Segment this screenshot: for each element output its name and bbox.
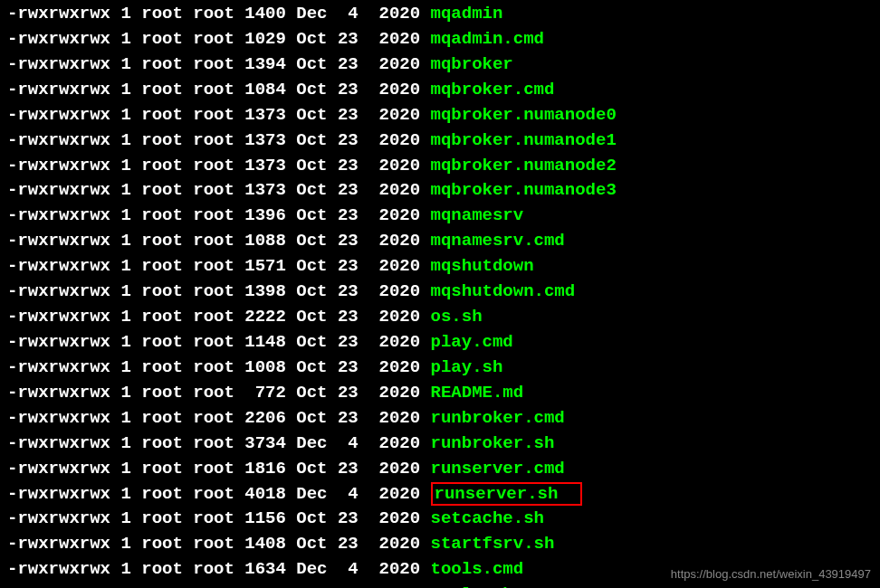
file-year: 2020 bbox=[359, 80, 431, 100]
file-name: mqadmin.cmd bbox=[431, 29, 544, 49]
file-group: root bbox=[183, 357, 234, 377]
file-permissions: -rwxrwxrwx bbox=[7, 383, 110, 403]
file-date: Oct 23 bbox=[286, 281, 359, 301]
file-group: root bbox=[183, 231, 234, 251]
file-name: mqadmin bbox=[431, 4, 503, 24]
file-group: root bbox=[183, 307, 234, 327]
file-year: 2020 bbox=[359, 281, 431, 301]
file-permissions: -rwxrwxrwx bbox=[7, 156, 110, 175]
file-date: Dec 4 bbox=[286, 559, 359, 579]
file-links: 1 bbox=[110, 156, 131, 175]
file-size: 1029 bbox=[234, 29, 286, 49]
file-links: 1 bbox=[110, 508, 131, 528]
file-owner: root bbox=[131, 383, 183, 403]
file-year: 2020 bbox=[359, 156, 431, 175]
file-size: 772 bbox=[234, 383, 286, 403]
watermark-text: https://blog.csdn.net/weixin_43919497 bbox=[671, 567, 871, 581]
file-year: 2020 bbox=[359, 29, 431, 49]
file-name: README.md bbox=[431, 383, 524, 403]
file-owner: root bbox=[131, 281, 183, 301]
file-year: 2020 bbox=[359, 205, 431, 225]
file-date: Oct 23 bbox=[286, 130, 359, 150]
file-owner: root bbox=[131, 80, 183, 100]
file-name: mqnamesrv bbox=[431, 205, 524, 225]
file-permissions: -rwxrwxrwx bbox=[7, 256, 110, 276]
file-links: 1 bbox=[110, 357, 131, 377]
file-links: 1 bbox=[110, 433, 131, 453]
file-permissions: -rwxrwxrwx bbox=[7, 484, 110, 504]
file-listing-row: -rwxrwxrwx 1 root root 1148 Oct 23 2020 … bbox=[7, 330, 873, 356]
file-date: Dec 4 bbox=[286, 4, 359, 24]
file-owner: root bbox=[131, 332, 183, 352]
file-date: Dec 4 bbox=[286, 584, 359, 588]
file-owner: root bbox=[131, 156, 183, 175]
file-size: 1373 bbox=[234, 156, 286, 175]
file-group: root bbox=[183, 256, 234, 276]
file-date: Oct 23 bbox=[286, 80, 359, 100]
file-group: root bbox=[183, 80, 234, 100]
file-name: mqbroker.cmd bbox=[431, 80, 555, 100]
file-year: 2020 bbox=[359, 130, 431, 150]
file-links: 1 bbox=[110, 231, 131, 251]
file-listing-row: -rwxrwxrwx 1 root root 1903 Dec 4 2020 t… bbox=[7, 583, 873, 588]
file-owner: root bbox=[131, 433, 183, 453]
file-date: Oct 23 bbox=[286, 307, 359, 327]
file-name: mqbroker.numanode3 bbox=[431, 180, 617, 200]
file-listing-row: -rwxrwxrwx 1 root root 1571 Oct 23 2020 … bbox=[7, 254, 873, 280]
file-listing-row: -rwxrwxrwx 1 root root 1396 Oct 23 2020 … bbox=[7, 204, 873, 229]
file-year: 2020 bbox=[359, 332, 431, 352]
file-size: 1634 bbox=[234, 559, 286, 579]
file-owner: root bbox=[131, 584, 183, 588]
file-date: Oct 23 bbox=[286, 534, 359, 554]
file-permissions: -rwxrwxrwx bbox=[7, 332, 110, 352]
file-permissions: -rwxrwxrwx bbox=[7, 205, 110, 225]
file-owner: root bbox=[131, 256, 183, 276]
file-group: root bbox=[183, 484, 234, 504]
file-listing-row: -rwxrwxrwx 1 root root 1088 Oct 23 2020 … bbox=[7, 229, 873, 254]
file-name: tools.sh bbox=[431, 584, 513, 588]
file-size: 1408 bbox=[234, 534, 286, 554]
file-name: mqbroker.numanode2 bbox=[431, 156, 617, 175]
file-listing-row: -rwxrwxrwx 1 root root 1156 Oct 23 2020 … bbox=[7, 507, 873, 532]
file-permissions: -rwxrwxrwx bbox=[7, 80, 110, 100]
file-links: 1 bbox=[110, 281, 131, 301]
file-listing-row: -rwxrwxrwx 1 root root 3734 Dec 4 2020 r… bbox=[7, 432, 873, 457]
file-date: Oct 23 bbox=[286, 256, 359, 276]
file-group: root bbox=[183, 205, 234, 225]
file-listing-row: -rwxrwxrwx 1 root root 1008 Oct 23 2020 … bbox=[7, 356, 873, 381]
file-links: 1 bbox=[110, 534, 131, 554]
file-listing-row: -rwxrwxrwx 1 root root 1408 Oct 23 2020 … bbox=[7, 532, 873, 557]
file-name: runbroker.cmd bbox=[431, 408, 565, 428]
file-permissions: -rwxrwxrwx bbox=[7, 105, 110, 125]
file-year: 2020 bbox=[359, 584, 431, 588]
file-name: tools.cmd bbox=[431, 559, 524, 579]
file-listing-row: -rwxrwxrwx 1 root root 1029 Oct 23 2020 … bbox=[7, 27, 873, 52]
file-links: 1 bbox=[110, 584, 131, 588]
file-listing-row: -rwxrwxrwx 1 root root 1394 Oct 23 2020 … bbox=[7, 52, 873, 78]
file-listing-row: -rwxrwxrwx 1 root root 1373 Oct 23 2020 … bbox=[7, 178, 873, 204]
file-size: 3734 bbox=[234, 433, 286, 453]
file-listing-row: -rwxrwxrwx 1 root root 1084 Oct 23 2020 … bbox=[7, 78, 873, 103]
file-size: 4018 bbox=[234, 484, 286, 504]
file-listing-row: -rwxrwxrwx 1 root root 1373 Oct 23 2020 … bbox=[7, 154, 873, 179]
file-year: 2020 bbox=[359, 383, 431, 403]
file-year: 2020 bbox=[359, 559, 431, 579]
file-group: root bbox=[183, 105, 234, 125]
file-permissions: -rwxrwxrwx bbox=[7, 408, 110, 428]
file-permissions: -rwxrwxrwx bbox=[7, 433, 110, 453]
file-year: 2020 bbox=[359, 534, 431, 554]
file-name: play.sh bbox=[431, 357, 503, 377]
file-size: 1398 bbox=[234, 281, 286, 301]
file-name: mqnamesrv.cmd bbox=[431, 231, 565, 251]
file-links: 1 bbox=[110, 105, 131, 125]
file-date: Oct 23 bbox=[286, 408, 359, 428]
file-group: root bbox=[183, 29, 234, 49]
file-owner: root bbox=[131, 357, 183, 377]
file-links: 1 bbox=[110, 4, 131, 24]
file-owner: root bbox=[131, 231, 183, 251]
file-listing-row: -rwxrwxrwx 1 root root 2222 Oct 23 2020 … bbox=[7, 305, 873, 330]
file-links: 1 bbox=[110, 80, 131, 100]
file-permissions: -rwxrwxrwx bbox=[7, 357, 110, 377]
file-name: mqshutdown bbox=[431, 256, 534, 276]
file-date: Oct 23 bbox=[286, 357, 359, 377]
